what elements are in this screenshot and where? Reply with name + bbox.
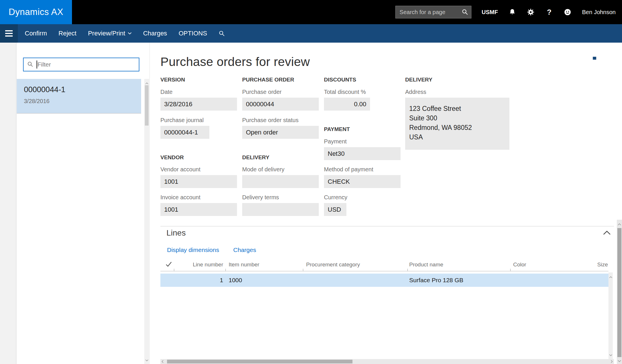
collapse-panel-icon[interactable]	[603, 230, 611, 236]
scroll-down-icon[interactable]	[618, 358, 621, 363]
gear-icon[interactable]	[527, 8, 535, 16]
feedback-smiley-icon[interactable]	[564, 8, 572, 16]
grid-scrollbar[interactable]	[608, 272, 613, 359]
app-window: Dynamics AX USMF	[0, 0, 622, 364]
section-header-vendor: VENDOR	[160, 154, 184, 161]
action-bar-right-icons	[540, 48, 622, 67]
date-field[interactable]: 3/28/2016	[160, 98, 237, 111]
purchase-journal-field[interactable]: 00000044-1	[160, 126, 209, 139]
horizontal-scroll-thumb[interactable]	[167, 360, 352, 363]
chevron-down-icon	[128, 32, 132, 35]
sidebar-scrollbar[interactable]	[144, 79, 149, 364]
charges-button[interactable]: Charges	[143, 30, 167, 37]
column-separator-tick	[407, 269, 408, 271]
lines-grid-header: Line number Item number Procurement cate…	[160, 261, 608, 271]
actionbar-search-icon[interactable]	[219, 30, 225, 37]
col-header-item-number[interactable]: Item number	[225, 261, 303, 268]
currency-label: Currency	[324, 194, 347, 201]
invoice-account-label: Invoice account	[160, 194, 200, 201]
scroll-left-icon[interactable]	[162, 359, 164, 364]
reject-button[interactable]: Reject	[58, 30, 76, 37]
list-item-date: 3/28/2016	[24, 98, 141, 105]
col-header-color[interactable]: Color	[510, 261, 589, 268]
select-all-check-icon[interactable]	[160, 261, 174, 268]
lines-panel-divider	[160, 226, 614, 226]
horizontal-scrollbar[interactable]	[160, 359, 614, 364]
column-separator-tick	[510, 269, 511, 271]
section-header-delivery: DELIVERY	[242, 154, 269, 161]
user-menu[interactable]: Ben Johnson	[582, 9, 616, 16]
page-search	[395, 6, 471, 18]
help-icon[interactable]: ?	[545, 8, 553, 16]
page-scrollbar[interactable]	[617, 220, 622, 364]
action-menu: Confirm Reject Preview/Print Charges OPT…	[18, 30, 225, 37]
page-scroll-thumb[interactable]	[617, 228, 621, 357]
purchase-order-status-field[interactable]: Open order	[242, 126, 319, 139]
col-header-procurement-category[interactable]: Procurement category	[303, 261, 407, 268]
method-of-payment-field[interactable]: CHECK	[324, 175, 401, 188]
scroll-up-icon[interactable]	[145, 80, 148, 86]
date-label: Date	[160, 89, 172, 95]
vendor-account-field[interactable]: 1001	[160, 175, 237, 188]
list-item-id: 00000044-1	[24, 85, 141, 94]
vendor-account-label: Vendor account	[160, 166, 200, 173]
column-separator-tick	[225, 269, 226, 271]
search-icon[interactable]	[462, 9, 469, 17]
confirm-button[interactable]: Confirm	[25, 30, 47, 37]
scroll-down-icon[interactable]	[145, 357, 148, 363]
section-header-version: VERSION	[160, 77, 185, 83]
preview-print-dropdown[interactable]: Preview/Print	[88, 30, 132, 37]
close-icon[interactable]	[609, 54, 616, 61]
col-header-product-name[interactable]: Product name	[407, 261, 510, 268]
currency-field[interactable]: USD	[324, 203, 346, 216]
filter-input[interactable]	[23, 58, 139, 71]
purchase-order-field[interactable]: 00000044	[242, 98, 319, 111]
delivery-terms-label: Delivery terms	[242, 194, 279, 201]
column-separator-tick	[303, 269, 303, 271]
open-in-new-window-icon[interactable]	[591, 54, 599, 61]
bell-icon[interactable]	[508, 8, 516, 16]
page-search-input[interactable]	[395, 6, 471, 18]
total-discount-label: Total discount %	[324, 89, 366, 95]
hamburger-menu-button[interactable]	[0, 24, 18, 43]
section-header-payment: PAYMENT	[324, 126, 350, 132]
row-product-name: Surface Pro 128 GB	[407, 277, 510, 284]
column-separator-tick	[174, 269, 174, 271]
scroll-right-icon[interactable]	[611, 359, 613, 364]
sidebar-scroll-thumb[interactable]	[145, 85, 149, 126]
row-item-number: 1000	[225, 277, 303, 284]
total-discount-field[interactable]: 0.00	[324, 98, 370, 111]
company-selector[interactable]: USMF	[482, 9, 498, 16]
attach-paperclip-icon[interactable]	[557, 54, 564, 61]
section-header-purchase-order: PURCHASE ORDER	[242, 77, 294, 83]
scroll-up-icon[interactable]	[609, 274, 612, 279]
mode-of-delivery-field[interactable]	[242, 175, 319, 188]
col-header-size[interactable]: Size	[589, 261, 608, 268]
purchase-order-label: Purchase order	[242, 89, 282, 95]
app-logo[interactable]: Dynamics AX	[0, 0, 72, 24]
invoice-account-field[interactable]: 1001	[160, 203, 237, 216]
office-icon[interactable]	[540, 54, 547, 61]
method-of-payment-label: Method of payment	[324, 166, 373, 173]
scroll-down-icon[interactable]	[609, 352, 612, 357]
list-item-version[interactable]: 00000044-1 3/28/2016	[17, 79, 141, 113]
top-bar: Dynamics AX USMF	[0, 0, 622, 24]
options-tab[interactable]: OPTIONS	[179, 30, 207, 37]
table-row[interactable]: 1 1000 Surface Pro 128 GB	[160, 274, 608, 287]
refresh-icon[interactable]	[574, 54, 582, 61]
display-dimensions-link[interactable]: Display dimensions	[167, 247, 219, 253]
scroll-up-icon[interactable]	[618, 221, 621, 227]
filter-search-icon	[27, 61, 34, 69]
row-line-number: 1	[174, 277, 225, 284]
app-logo-label: Dynamics AX	[9, 7, 63, 17]
action-bar: Confirm Reject Preview/Print Charges OPT…	[0, 24, 622, 43]
page-title: Purchase orders for review	[160, 55, 310, 69]
lines-charges-link[interactable]: Charges	[233, 247, 256, 253]
mode-of-delivery-label: Mode of delivery	[242, 166, 285, 173]
left-rail	[0, 43, 16, 364]
payment-field[interactable]: Net30	[324, 147, 401, 160]
address-field[interactable]: 123 Coffee Street Suite 300 Redmond, WA …	[405, 98, 509, 150]
section-header-discounts: DISCOUNTS	[324, 77, 356, 83]
delivery-terms-field[interactable]	[242, 203, 319, 216]
col-header-line-number[interactable]: Line number	[174, 261, 225, 268]
